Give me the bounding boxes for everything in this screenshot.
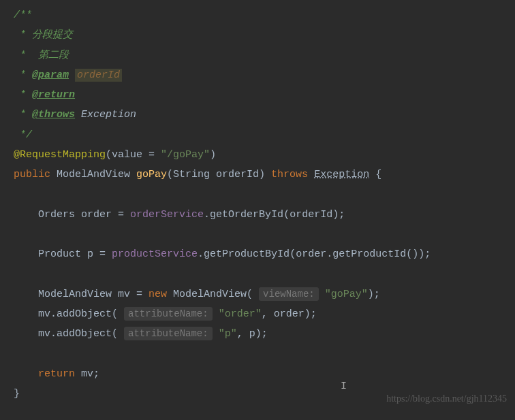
javadoc-close: */ (14, 125, 515, 145)
param-hint: attributeName: (124, 327, 213, 340)
text-cursor-icon: I (341, 376, 347, 396)
statement: mv.addObject( attributeName: "p", p); (14, 324, 515, 344)
param-hint: viewName: (259, 287, 319, 301)
annotation-line: @RequestMapping(value = "/goPay") (14, 145, 515, 165)
javadoc-return: * @return (14, 85, 515, 105)
statement: Orders order = orderService.getOrderById… (14, 205, 515, 225)
blank-line (14, 264, 515, 284)
statement: ModelAndView mv = new ModelAndView( view… (14, 285, 515, 304)
blank-line (14, 184, 515, 204)
code-editor[interactable]: /** * 分段提交 * 第二段 * @param orderId * @ret… (14, 5, 515, 404)
method-signature: public ModelAndView goPay(String orderId… (14, 165, 515, 184)
javadoc-open: /** (14, 5, 515, 25)
blank-line (14, 344, 515, 364)
javadoc-throws: * @throws Exception (14, 105, 515, 125)
javadoc-line: * 分段提交 (14, 25, 515, 45)
javadoc-param: * @param orderId (14, 65, 515, 85)
return-statement: return mv; (14, 364, 515, 384)
statement: Product p = productService.getProductByI… (14, 244, 515, 264)
watermark-text: https://blog.csdn.net/gjh112345 (386, 389, 507, 408)
param-hint: attributeName: (124, 307, 213, 321)
statement: mv.addObject( attributeName: "order", or… (14, 304, 515, 324)
javadoc-line: * 第二段 (14, 46, 515, 65)
blank-line (14, 225, 515, 244)
